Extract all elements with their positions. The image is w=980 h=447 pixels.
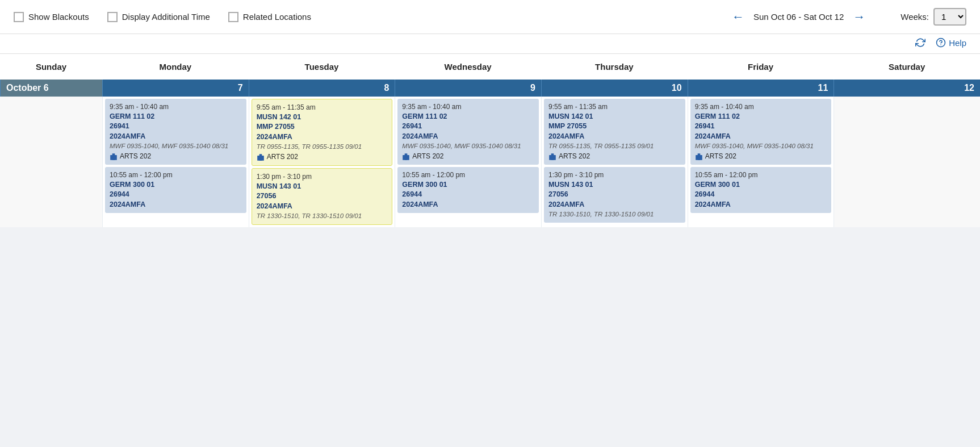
next-week-button[interactable]: → [849, 9, 869, 26]
help-icon [936, 37, 946, 48]
show-blackouts-checkbox[interactable] [14, 12, 24, 22]
event-wednesday-2[interactable]: 10:55 am - 12:00 pm GERM 300 01 26944 20… [397, 167, 539, 213]
event-title: MUSN 143 01 [257, 182, 388, 192]
event-term: 2024AMFA [695, 200, 827, 210]
event-time: 1:30 pm - 3:10 pm [548, 170, 681, 180]
header-monday: Monday [102, 54, 249, 80]
related-locations-group: Related Locations [228, 12, 311, 22]
event-friday-1[interactable]: 9:35 am - 10:40 am GERM 111 02 26941 202… [690, 99, 832, 165]
date-wednesday: 9 [395, 80, 541, 97]
event-meta: TR 1330-1510, TR 1330-1510 09/01 [548, 210, 681, 219]
event-friday-2[interactable]: 10:55 am - 12:00 pm GERM 300 01 26944 20… [690, 167, 832, 213]
event-id: MMP 27055 [548, 122, 681, 132]
event-term: 2024AMFA [548, 132, 681, 142]
day-headers-row: Sunday Monday Tuesday Wednesday Thursday… [0, 54, 980, 80]
event-meta: TR 0955-1135, TR 0955-1135 09/01 [257, 142, 388, 151]
date-friday: 11 [688, 80, 834, 97]
display-additional-time-checkbox[interactable] [107, 12, 118, 22]
weeks-section: Weeks: 1 2 3 4 [901, 8, 966, 26]
date-saturday: 12 [834, 80, 980, 97]
toolbar-bottom: Help [0, 34, 980, 54]
event-time: 10:55 am - 12:00 pm [110, 170, 242, 180]
building-icon [402, 153, 410, 161]
event-title: GERM 111 02 [695, 112, 827, 122]
event-term: 2024AMFA [257, 202, 388, 212]
event-time: 9:55 am - 11:35 am [548, 102, 681, 112]
event-meta: TR 0955-1135, TR 0955-1135 09/01 [548, 141, 681, 151]
prev-week-button[interactable]: ← [728, 9, 748, 26]
event-id: 26944 [402, 190, 534, 200]
date-tuesday: 8 [249, 80, 395, 97]
event-term: 2024AMFA [695, 132, 827, 142]
event-id: 26941 [402, 122, 534, 132]
event-id: MMP 27055 [257, 122, 388, 132]
event-location: ARTS 202 [695, 152, 827, 161]
event-location: ARTS 202 [257, 152, 388, 162]
building-icon [695, 153, 703, 161]
cell-saturday [834, 97, 980, 227]
toolbar: Show Blackouts Display Additional Time R… [0, 0, 980, 34]
building-icon [548, 153, 556, 161]
cell-wednesday: 9:35 am - 10:40 am GERM 111 02 26941 202… [395, 97, 541, 227]
event-tuesday-2[interactable]: 1:30 pm - 3:10 pm MUSN 143 01 27056 2024… [252, 168, 393, 224]
event-time: 9:55 am - 11:35 am [257, 103, 388, 112]
event-id: 26944 [110, 190, 242, 200]
header-thursday: Thursday [541, 54, 688, 80]
date-sunday: October 6 [0, 80, 102, 97]
date-thursday: 10 [541, 80, 688, 97]
show-blackouts-group: Show Blackouts [14, 12, 89, 22]
header-saturday: Saturday [834, 54, 980, 80]
related-locations-label[interactable]: Related Locations [243, 12, 311, 22]
event-wednesday-1[interactable]: 9:35 am - 10:40 am GERM 111 02 26941 202… [397, 99, 539, 165]
show-blackouts-label[interactable]: Show Blackouts [28, 12, 89, 22]
weeks-label: Weeks: [901, 12, 929, 22]
cell-friday: 9:35 am - 10:40 am GERM 111 02 26941 202… [688, 97, 834, 227]
event-title: GERM 111 02 [110, 112, 242, 122]
help-button[interactable]: Help [936, 37, 966, 48]
event-tuesday-1[interactable]: 9:55 am - 11:35 am MUSN 142 01 MMP 27055… [252, 99, 393, 166]
event-term: 2024AMFA [257, 132, 388, 143]
refresh-button[interactable] [915, 37, 925, 48]
event-time: 9:35 am - 10:40 am [402, 102, 534, 112]
event-id: 26941 [110, 122, 242, 132]
event-term: 2024AMFA [110, 132, 242, 142]
event-title: MUSN 142 01 [257, 112, 388, 123]
event-location: ARTS 202 [402, 152, 534, 161]
event-id: 27056 [548, 190, 681, 200]
event-title: GERM 300 01 [695, 180, 827, 190]
date-row: October 6 7 8 9 10 11 12 [0, 80, 980, 97]
event-meta: MWF 0935-1040, MWF 0935-1040 08/31 [402, 141, 534, 151]
display-additional-time-label[interactable]: Display Additional Time [122, 12, 210, 22]
event-monday-1[interactable]: 9:35 am - 10:40 am GERM 111 02 26941 202… [105, 99, 246, 165]
date-monday: 7 [102, 80, 249, 97]
help-label: Help [949, 38, 966, 48]
event-id: 26944 [695, 190, 827, 200]
header-friday: Friday [688, 54, 834, 80]
event-title: GERM 300 01 [402, 180, 534, 190]
event-term: 2024AMFA [110, 200, 242, 210]
event-thursday-1[interactable]: 9:55 am - 11:35 am MUSN 142 01 MMP 27055… [544, 99, 685, 165]
event-location: ARTS 202 [548, 152, 681, 161]
cell-sunday [0, 97, 102, 227]
event-meta: MWF 0935-1040, MWF 0935-1040 08/31 [695, 141, 827, 151]
event-id: 27056 [257, 191, 388, 202]
event-thursday-2[interactable]: 1:30 pm - 3:10 pm MUSN 143 01 27056 2024… [544, 167, 685, 222]
weeks-select[interactable]: 1 2 3 4 [933, 8, 966, 26]
event-title: MUSN 142 01 [548, 112, 681, 122]
header-wednesday: Wednesday [395, 54, 541, 80]
cell-monday: 9:35 am - 10:40 am GERM 111 02 26941 202… [103, 97, 249, 227]
event-time: 9:35 am - 10:40 am [110, 102, 242, 112]
event-time: 9:35 am - 10:40 am [695, 102, 827, 112]
event-title: GERM 111 02 [402, 112, 534, 122]
building-icon [110, 153, 118, 161]
cell-thursday: 9:55 am - 11:35 am MUSN 142 01 MMP 27055… [542, 97, 688, 227]
event-term: 2024AMFA [402, 132, 534, 142]
event-time: 1:30 pm - 3:10 pm [257, 172, 388, 182]
calendar-body: 9:35 am - 10:40 am GERM 111 02 26941 202… [0, 97, 980, 227]
event-monday-2[interactable]: 10:55 am - 12:00 pm GERM 300 01 26944 20… [105, 167, 246, 213]
header-sunday: Sunday [0, 54, 102, 80]
calendar-container: Sunday Monday Tuesday Wednesday Thursday… [0, 54, 980, 227]
related-locations-checkbox[interactable] [228, 12, 238, 22]
event-location: ARTS 202 [110, 152, 242, 161]
header-tuesday: Tuesday [249, 54, 395, 80]
